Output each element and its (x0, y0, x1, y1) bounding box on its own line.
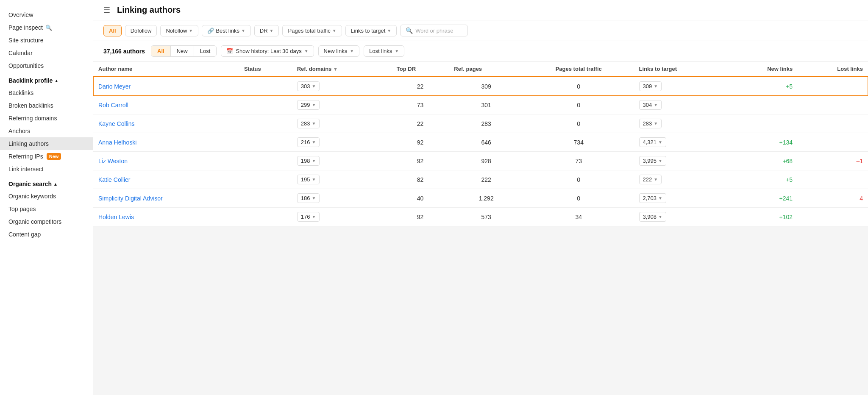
ref-pages-cell: 309 (449, 77, 523, 96)
sidebar-item-calendar[interactable]: Calendar (0, 47, 93, 59)
best-links-chevron-icon: ▼ (241, 28, 245, 33)
dr-chevron-icon: ▼ (270, 28, 274, 33)
links-to-target-dropdown[interactable]: 3,908▼ (639, 212, 666, 222)
links-to-target-dropdown[interactable]: 309▼ (639, 81, 662, 91)
sidebar-item-content-gap[interactable]: Content gap (0, 228, 93, 241)
links-to-target-chevron-icon: ▼ (654, 177, 658, 182)
top-dr-cell: 22 (392, 77, 449, 96)
hamburger-icon[interactable]: ☰ (103, 6, 110, 15)
ref-pages-cell: 573 (449, 208, 523, 226)
status-cell (239, 208, 292, 226)
author-link[interactable]: Liz Weston (98, 158, 128, 164)
ref-domains-dropdown[interactable]: 176▼ (297, 212, 320, 222)
author-link[interactable]: Rob Carroll (98, 102, 128, 108)
sidebar-item-linking-authors[interactable]: Linking authors (0, 137, 93, 150)
new-badge: New (47, 153, 61, 160)
col-header-ref-domains[interactable]: Ref. domains ▼ (292, 61, 392, 77)
sidebar-item-referring-ips[interactable]: Referring IPs New (0, 150, 93, 163)
author-name-cell: Katie Collier (93, 170, 239, 189)
new-links-filter-button[interactable]: New links ▼ (318, 45, 360, 57)
sidebar-item-anchors[interactable]: Anchors (0, 125, 93, 137)
tab-all-button[interactable]: All (151, 46, 171, 56)
sidebar-item-site-structure[interactable]: Site structure (0, 34, 93, 47)
sidebar-item-opportunities[interactable]: Opportunities (0, 59, 93, 72)
pages-total-traffic-chevron-icon: ▼ (332, 28, 337, 33)
lost-links-filter-button[interactable]: Lost links ▼ (364, 45, 404, 57)
author-link[interactable]: Kayne Collins (98, 120, 135, 127)
filter-pages-total-traffic-button[interactable]: Pages total traffic ▼ (282, 25, 342, 36)
author-link[interactable]: Holden Lewis (98, 214, 134, 220)
links-to-target-dropdown[interactable]: 222▼ (639, 175, 662, 184)
sidebar-item-overview[interactable]: Overview (0, 8, 93, 21)
table-row: Liz Weston198▼92928733,995▼+68–1 (93, 152, 868, 170)
organic-section-arrow: ▲ (53, 182, 58, 186)
author-link[interactable]: Dario Meyer (98, 83, 131, 90)
show-history-button[interactable]: 📅 Show history: Last 30 days ▼ (221, 45, 314, 57)
ref-domains-dropdown[interactable]: 216▼ (297, 137, 320, 147)
sidebar-item-referring-domains[interactable]: Referring domains (0, 112, 93, 125)
sidebar-item-backlinks[interactable]: Backlinks (0, 86, 93, 99)
ref-domains-dropdown[interactable]: 283▼ (297, 119, 320, 128)
author-name-cell: Anna Helhoski (93, 133, 239, 152)
author-name-cell: Simplicity Digital Advisor (93, 189, 239, 208)
links-to-target-dropdown[interactable]: 4,321▼ (639, 137, 666, 147)
sidebar-item-top-pages[interactable]: Top pages (0, 203, 93, 215)
tab-lost-button[interactable]: Lost (194, 46, 217, 56)
table-row: Holden Lewis176▼92573343,908▼+102 (93, 208, 868, 226)
author-name-cell: Holden Lewis (93, 208, 239, 226)
table-row: Katie Collier195▼822220222▼+5 (93, 170, 868, 189)
sidebar-section-organic[interactable]: Organic search ▲ (0, 175, 93, 190)
author-link[interactable]: Anna Helhoski (98, 139, 136, 146)
ref-domains-chevron-icon: ▼ (312, 103, 316, 107)
ref-domains-dropdown[interactable]: 198▼ (297, 156, 320, 166)
pages-total-traffic-cell: 734 (523, 133, 634, 152)
new-links-cell: +134 (728, 133, 798, 152)
top-dr-cell: 40 (392, 189, 449, 208)
ref-domains-dropdown[interactable]: 186▼ (297, 193, 320, 203)
filter-best-links-button[interactable]: 🔗 Best links ▼ (202, 25, 251, 36)
sidebar-item-link-intersect[interactable]: Link intersect (0, 163, 93, 175)
ref-domains-chevron-icon: ▼ (312, 177, 316, 182)
sidebar-item-page-inspect[interactable]: Page inspect 🔍 (0, 21, 93, 34)
col-header-pages-total-traffic: Pages total traffic (523, 61, 634, 77)
pages-total-traffic-cell: 0 (523, 170, 634, 189)
pages-total-traffic-cell: 0 (523, 189, 634, 208)
filter-links-to-target-button[interactable]: Links to target ▼ (345, 25, 397, 36)
top-dr-cell: 22 (392, 114, 449, 133)
main-content: ☰ Linking authors All Dofollow Nofollow … (93, 0, 868, 395)
links-to-target-dropdown[interactable]: 283▼ (639, 119, 662, 128)
filter-dr-button[interactable]: DR ▼ (254, 25, 279, 36)
author-link[interactable]: Katie Collier (98, 176, 130, 183)
search-box[interactable]: 🔍 Word or phrase (400, 25, 468, 36)
filter-nofollow-button[interactable]: Nofollow ▼ (160, 25, 198, 36)
lost-links-cell (798, 77, 868, 96)
ref-domains-dropdown[interactable]: 303▼ (297, 81, 320, 91)
tab-new-button[interactable]: New (171, 46, 194, 56)
links-to-target-dropdown[interactable]: 3,995▼ (639, 156, 666, 166)
table-row: Dario Meyer303▼223090309▼+5 (93, 77, 868, 96)
ref-domains-chevron-icon: ▼ (312, 84, 316, 89)
status-cell (239, 96, 292, 114)
links-to-target-cell: 2,703▼ (634, 189, 728, 208)
links-to-target-dropdown[interactable]: 2,703▼ (639, 193, 666, 203)
links-to-target-chevron-icon: ▼ (658, 214, 662, 219)
links-to-target-cell: 222▼ (634, 170, 728, 189)
link-icon: 🔗 (207, 28, 214, 34)
lost-links-cell (798, 170, 868, 189)
top-dr-cell: 92 (392, 208, 449, 226)
author-link[interactable]: Simplicity Digital Advisor (98, 195, 163, 202)
ref-pages-cell: 283 (449, 114, 523, 133)
sidebar-item-organic-keywords[interactable]: Organic keywords (0, 190, 93, 203)
sidebar-item-organic-competitors[interactable]: Organic competitors (0, 215, 93, 228)
col-header-links-to-target: Links to target (634, 61, 728, 77)
ref-domains-dropdown[interactable]: 195▼ (297, 175, 320, 184)
filter-all-button[interactable]: All (103, 25, 122, 36)
sidebar-section-backlink[interactable]: Backlink profile ▲ (0, 72, 93, 86)
links-to-target-dropdown[interactable]: 304▼ (639, 100, 662, 110)
filter-dofollow-button[interactable]: Dofollow (125, 25, 157, 36)
ref-domains-cell: 299▼ (292, 96, 392, 114)
links-to-target-cell: 3,995▼ (634, 152, 728, 170)
ref-domains-dropdown[interactable]: 299▼ (297, 100, 320, 110)
ref-domains-chevron-icon: ▼ (312, 214, 316, 219)
sidebar-item-broken-backlinks[interactable]: Broken backlinks (0, 99, 93, 112)
